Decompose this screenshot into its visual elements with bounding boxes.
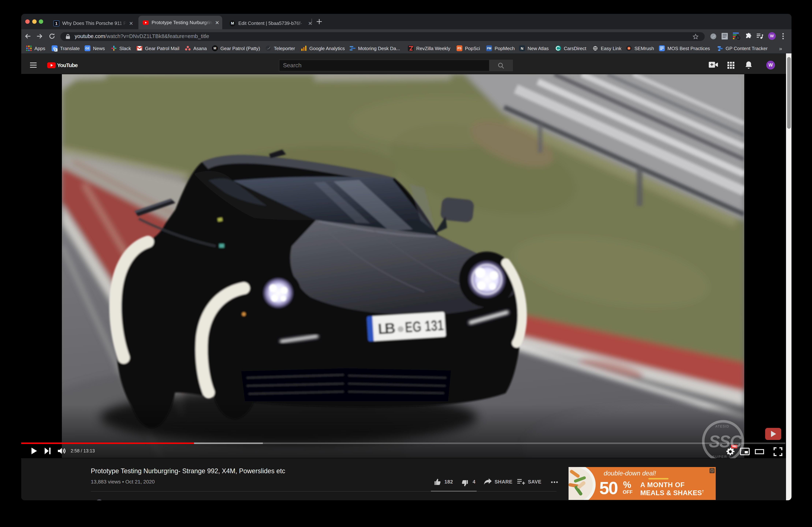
svg-text:EG 131: EG 131 <box>404 317 444 336</box>
svg-text:SUPER C: SUPER C <box>712 455 732 458</box>
svg-text:YouTube: YouTube <box>57 62 78 68</box>
svg-text:ATESID: ATESID <box>715 425 729 428</box>
svg-text:SSC: SSC <box>709 432 742 451</box>
svg-text:LB: LB <box>377 320 396 337</box>
